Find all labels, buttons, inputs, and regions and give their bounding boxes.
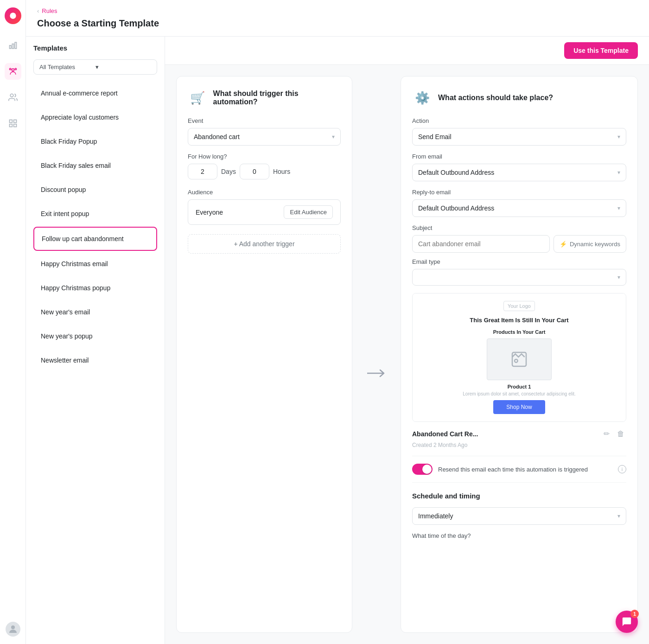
email-headline: This Great Item Is Still In Your Cart (420, 317, 618, 324)
templates-title: Templates (33, 44, 67, 52)
subject-label: Subject (412, 224, 626, 231)
action-icon: ⚙️ (412, 88, 433, 108)
email-preview: Your Logo This Great Item Is Still In Yo… (412, 293, 626, 422)
action-section-title: What actions should take place? (438, 94, 553, 102)
reply-to-chevron-icon: ▾ (617, 205, 620, 211)
action-section-header: ⚙️ What actions should take place? (412, 88, 626, 108)
trigger-section-title: What should trigger this automation? (213, 89, 341, 106)
breadcrumb-parent[interactable]: Rules (42, 7, 57, 14)
from-email-select[interactable]: Default Outbound Address ▾ (412, 164, 626, 181)
add-trigger-button[interactable]: + Add another trigger (188, 234, 341, 254)
sidebar-icon-blocks[interactable] (5, 115, 21, 132)
delete-template-button[interactable]: 🗑 (615, 427, 626, 440)
breadcrumb-chevron: ‹ (37, 7, 39, 14)
what-time-label: What time of the day? (412, 532, 626, 539)
templates-list: Annual e-commerce reportAppreciate loyal… (26, 80, 165, 644)
edit-audience-button[interactable]: Edit Audience (284, 205, 333, 219)
template-actions: ✏ 🗑 (602, 427, 626, 440)
email-preview-inner: Your Logo This Great Item Is Still In Yo… (413, 293, 626, 421)
use-template-button[interactable]: Use this Template (564, 42, 638, 59)
trigger-section-header: 🛒 What should trigger this automation? (188, 88, 341, 108)
content-area: Templates All Templates ▾ Annual e-comme… (26, 37, 649, 644)
templates-panel: Templates All Templates ▾ Annual e-comme… (26, 37, 165, 644)
trigger-section: 🛒 What should trigger this automation? E… (176, 76, 352, 633)
svg-rect-10 (9, 124, 12, 127)
action-select[interactable]: Send Email ▾ (412, 128, 626, 146)
template-list-item[interactable]: New year's popup (33, 325, 157, 347)
audience-box: Everyone Edit Audience (188, 199, 341, 225)
action-value: Send Email (418, 133, 452, 140)
event-value: Abandoned cart (194, 133, 240, 140)
svg-rect-9 (13, 120, 16, 123)
reply-to-value: Default Outbound Address (418, 204, 494, 212)
action-section: ⚙️ What actions should take place? Actio… (401, 76, 638, 633)
sidebar-icon-analytics[interactable] (5, 37, 21, 54)
svg-point-12 (11, 625, 15, 629)
svg-point-14 (515, 359, 518, 363)
duration-hours-input[interactable] (240, 164, 269, 179)
action-label: Action (412, 117, 626, 124)
template-list-item[interactable]: Exit intent popup (33, 203, 157, 225)
template-created: Created 2 Months Ago (412, 442, 626, 448)
template-list-item[interactable]: Follow up cart abandonment (33, 227, 157, 251)
schedule-chevron-icon: ▾ (617, 513, 620, 519)
template-list-item[interactable]: Appreciate loyal customers (33, 106, 157, 128)
product-desc: Lorem ipsum dolor sit amet, consectetur … (420, 391, 618, 396)
sidebar-icon-rules[interactable] (5, 63, 21, 80)
template-list-item[interactable]: Happy Christmas popup (33, 277, 157, 299)
template-list-item[interactable]: Black Friday Popup (33, 130, 157, 153)
event-select[interactable]: Abandoned cart ▾ (188, 128, 341, 146)
workspace: Use this Template 🛒 What should trigger … (165, 37, 649, 644)
template-list-item[interactable]: Newsletter email (33, 349, 157, 371)
template-list-item[interactable]: Discount popup (33, 179, 157, 201)
template-list-item[interactable]: New year's email (33, 301, 157, 323)
sidebar-icon-contacts[interactable] (5, 89, 21, 106)
schedule-select[interactable]: Immediately ▾ (412, 507, 626, 525)
email-type-label: Email type (412, 258, 626, 265)
dynamic-keywords-button[interactable]: ⚡ Dynamic keywords (554, 235, 626, 253)
email-cta[interactable]: Shop Now (493, 400, 545, 414)
app-logo[interactable] (5, 7, 21, 24)
template-display-name: Abandoned Cart Re... (412, 430, 478, 438)
email-type-chevron-icon: ▾ (617, 274, 620, 281)
template-name-row: Abandoned Cart Re... ✏ 🗑 (412, 427, 626, 440)
main-content: ‹ Rules Choose a Starting Template Templ… (26, 0, 649, 644)
template-list-item[interactable]: Black Friday sales email (33, 154, 157, 177)
email-type-select[interactable]: ▾ (412, 269, 626, 286)
reply-to-label: Reply-to email (412, 189, 626, 196)
dynamic-keywords-label: Dynamic keywords (570, 241, 620, 248)
action-chevron-icon: ▾ (617, 134, 620, 140)
header: ‹ Rules Choose a Starting Template (26, 0, 649, 37)
edit-template-button[interactable]: ✏ (602, 427, 611, 440)
svg-point-5 (15, 68, 16, 70)
for-how-long-label: For How long? (188, 153, 341, 160)
reply-to-select[interactable]: Default Outbound Address ▾ (412, 199, 626, 217)
template-list-item[interactable]: Annual e-commerce report (33, 82, 157, 104)
svg-rect-1 (9, 45, 11, 49)
template-list-item[interactable]: Happy Christmas email (33, 253, 157, 275)
svg-rect-8 (9, 120, 12, 123)
duration-row: Days Hours (188, 164, 341, 179)
audience-label: Audience (188, 189, 341, 196)
info-icon[interactable]: i (618, 465, 626, 473)
templates-header: Templates (26, 37, 165, 59)
svg-rect-2 (12, 44, 13, 49)
svg-point-7 (10, 94, 13, 97)
hours-label: Hours (273, 168, 290, 175)
subject-input[interactable] (412, 235, 550, 253)
chat-button[interactable]: 1 (616, 611, 638, 633)
duration-days-input[interactable] (188, 164, 217, 179)
page-title: Choose a Starting Template (37, 18, 638, 36)
resend-toggle[interactable] (412, 464, 433, 475)
email-logo: Your Logo (503, 301, 535, 311)
resend-toggle-row: Resend this email each time this automat… (412, 456, 626, 483)
from-email-chevron-icon: ▾ (617, 169, 620, 176)
event-chevron-icon: ▾ (332, 134, 335, 140)
templates-filter-dropdown[interactable]: All Templates ▾ (33, 59, 157, 75)
user-avatar[interactable] (6, 622, 20, 637)
resend-label: Resend this email each time this automat… (438, 466, 612, 473)
schedule-value: Immediately (418, 512, 453, 520)
from-email-label: From email (412, 153, 626, 160)
schedule-title: Schedule and timing (412, 492, 626, 500)
chevron-down-icon: ▾ (95, 64, 152, 70)
